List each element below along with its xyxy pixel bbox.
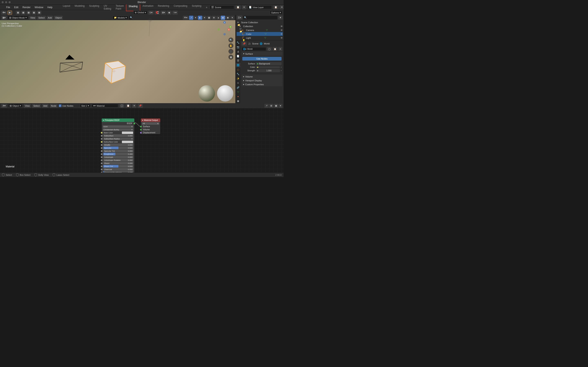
world-breadcrumb[interactable]: World <box>264 42 270 45</box>
dropdown[interactable]: Subsurface Radius▾ <box>103 138 133 140</box>
bsdf-subsurface-color[interactable]: Subsurface Color <box>102 140 134 143</box>
slider[interactable]: Anisotropic0.000 <box>103 156 133 158</box>
outliner-item-cube[interactable]: ▸ ▽Cube▽👁 <box>237 32 283 36</box>
world-tab[interactable]: 🌐 <box>236 63 240 67</box>
pin-button[interactable]: 📌 <box>242 42 247 46</box>
material-fake-user[interactable]: ◯ <box>120 104 124 108</box>
ne-add-menu[interactable]: Add <box>42 104 49 108</box>
material-pin[interactable]: 📌 <box>138 104 143 108</box>
subsurface-method-dropdown[interactable]: Christensen-Burley▾ <box>103 128 133 131</box>
scene-selector[interactable]: 🎬Scene <box>210 5 234 9</box>
tab-scripting[interactable]: Scripting <box>190 3 204 11</box>
restrict-icon[interactable]: ▽ <box>265 33 267 35</box>
surface-input-socket[interactable] <box>140 126 142 127</box>
outliner-item-collection[interactable]: ▾ ☑ 📁Collection👁 <box>237 24 283 28</box>
input-socket[interactable] <box>101 159 103 161</box>
menu-help[interactable]: Help <box>45 5 54 9</box>
viewport-display-panel-header[interactable]: ▸Viewport Display <box>242 78 282 82</box>
use-nodes-button[interactable]: Use Nodes <box>242 57 282 60</box>
select-mode-set-button[interactable]: ▦ <box>16 11 20 15</box>
tab-layout[interactable]: Layout <box>61 3 72 11</box>
menu-render[interactable]: Render <box>20 5 33 9</box>
object-menu[interactable]: Object <box>54 16 63 20</box>
bsdf-metallic[interactable]: Metallic0.000 <box>102 143 134 146</box>
ne-select-menu[interactable]: Select <box>32 104 41 108</box>
menu-edit[interactable]: Edit <box>12 5 20 9</box>
modifier-tab[interactable]: 🔧 <box>236 72 240 76</box>
tab-compositing[interactable]: Compositing <box>172 3 190 11</box>
cube-object[interactable] <box>100 55 129 85</box>
pan-button[interactable]: ✋ <box>228 43 233 48</box>
view-menu[interactable]: View <box>29 16 36 20</box>
nav-gizmo[interactable]: Z Y X <box>217 21 232 35</box>
tab-texture-paint[interactable]: Texture Paint <box>113 3 126 11</box>
input-socket[interactable] <box>101 141 103 143</box>
neg-y-axis-icon[interactable] <box>217 28 220 31</box>
output-node-header[interactable]: ▾Material Output <box>141 118 160 122</box>
world-new[interactable]: 📋 <box>273 47 277 51</box>
bsdf-clearcoat[interactable]: Clearcoat0.000 <box>102 168 134 171</box>
add-menu[interactable]: Add <box>47 16 53 20</box>
gizmo-toggle[interactable]: ↗ <box>189 16 193 20</box>
select-menu[interactable]: Select <box>37 16 46 20</box>
slider[interactable]: Specular Tint0.000 <box>103 150 133 152</box>
slot-dropdown[interactable]: Slot 1▾ <box>80 104 90 108</box>
node-editor[interactable]: ◔▾ ▨Object▾ View Select Add Node ✓ Use N… <box>0 103 284 173</box>
volume-panel-header[interactable]: ▸Volume <box>242 75 282 78</box>
ne-editor-type-dropdown[interactable]: ◔▾ <box>1 104 7 108</box>
output-tab[interactable]: 🖨 <box>236 49 240 54</box>
bsdf-output-socket[interactable] <box>134 123 135 124</box>
mode-dropdown[interactable]: ▨Object Mode▾ <box>8 16 28 20</box>
constraint-tab[interactable]: 🔗 <box>236 85 240 90</box>
input-socket[interactable] <box>101 166 103 167</box>
visibility-toggle[interactable]: 👁 <box>281 37 283 39</box>
bsdf-sheen[interactable]: Sheen0.000 <box>102 162 134 165</box>
select-mode-invert-button[interactable]: ▦ <box>32 11 36 15</box>
overlay-toggle[interactable]: ◐ <box>198 16 202 20</box>
ne-node-menu[interactable]: Node <box>50 104 58 108</box>
input-socket[interactable] <box>101 144 103 146</box>
tool-tab[interactable]: 🔧 <box>236 40 240 45</box>
input-socket[interactable] <box>101 132 103 133</box>
render-tab[interactable]: 📷 <box>236 45 240 49</box>
tab-modeling[interactable]: Modeling <box>72 3 87 11</box>
slider[interactable]: Metallic0.000 <box>103 143 133 146</box>
proportional-dropdown[interactable]: ∿▾ <box>172 11 178 15</box>
slider[interactable]: Anisotropic Rotation0.000 <box>103 159 133 161</box>
bsdf-specular-tint[interactable]: Specular Tint0.000 <box>102 150 134 152</box>
visibility-toggle[interactable]: 👁 <box>281 29 283 31</box>
surface-value-dropdown[interactable]: Background <box>256 62 282 65</box>
viewport-search[interactable]: 🔍 <box>129 16 132 19</box>
new-scene-button[interactable]: 📋 <box>235 5 241 9</box>
cursor-tool-button[interactable]: ✥▾ <box>1 11 7 15</box>
delete-scene-button[interactable]: ✕ <box>242 5 246 9</box>
slider[interactable]: Subsurface0.000 <box>103 134 133 137</box>
overlay-dropdown[interactable]: ▾ <box>203 16 207 20</box>
tab-animation[interactable]: Animation <box>140 3 156 11</box>
ne-overlay-button[interactable]: ↗ <box>264 104 269 108</box>
slider[interactable]: Clearcoat0.000 <box>103 168 133 171</box>
zoom-button[interactable]: 🔍 <box>228 38 233 42</box>
world-fake-user[interactable]: ◯ <box>267 47 272 51</box>
maximize-window-icon[interactable] <box>9 1 11 3</box>
scene-breadcrumb[interactable]: Scene <box>252 42 259 45</box>
outliner-type-dropdown[interactable]: ☰▾ <box>237 16 242 20</box>
camera-object[interactable] <box>58 54 85 76</box>
proportional-edit-toggle[interactable]: ◉ <box>167 11 172 15</box>
slider[interactable]: Sheen0.000 <box>103 162 133 165</box>
options-dropdown[interactable]: Options▾ <box>270 11 282 15</box>
distribution-dropdown[interactable]: GGX▾ <box>103 125 133 128</box>
new-viewlayer-button[interactable]: 📋 <box>273 5 278 9</box>
outliner-item-light[interactable]: ▸ 💡Light▽👁 <box>237 36 283 40</box>
bsdf-sheen-tint[interactable]: Sheen Tint0.500 <box>102 165 134 168</box>
material-output-node[interactable]: ▾Material Output All▾ Surface Volume Dis… <box>141 118 160 134</box>
principled-bsdf-node[interactable]: ▾Principled BSDF BSDF GGX▾ Christensen-B… <box>102 118 134 174</box>
select-mode-subtract-button[interactable]: ▦ <box>26 11 31 15</box>
orientation-dropdown[interactable]: ⊕Global▾ <box>133 11 147 15</box>
neg-z-axis-icon[interactable] <box>223 33 226 35</box>
shading-material[interactable]: ◉ <box>221 16 225 20</box>
bsdf-base-color[interactable]: Base Color <box>102 131 134 134</box>
input-socket[interactable] <box>101 147 103 149</box>
light-object[interactable] <box>147 17 153 38</box>
color-swatch[interactable] <box>122 132 133 134</box>
